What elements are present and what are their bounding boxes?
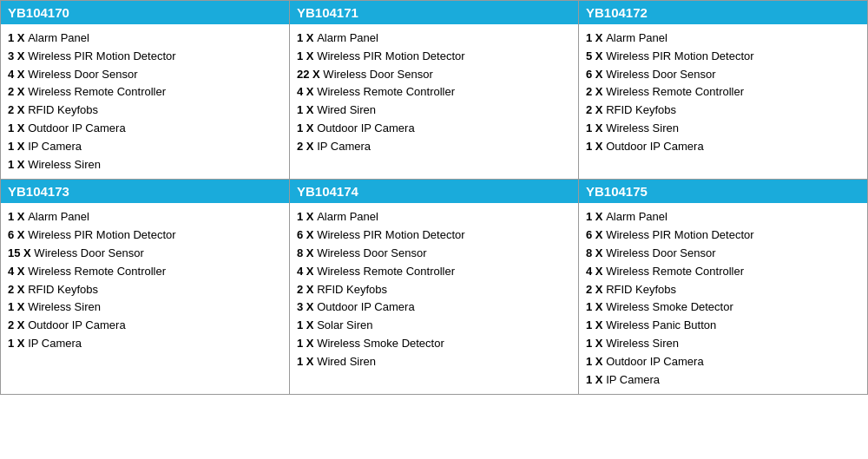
package-body-yb104171: 1 X Alarm Panel1 X Wireless PIR Motion D… <box>290 24 578 161</box>
package-cell-yb104175: YB1041751 X Alarm Panel6 X Wireless PIR … <box>579 180 868 395</box>
package-cell-yb104173: YB1041731 X Alarm Panel6 X Wireless PIR … <box>1 180 290 395</box>
list-item: 3 X Wireless PIR Motion Detector <box>8 48 282 66</box>
list-item: 1 X Alarm Panel <box>586 30 860 48</box>
list-item: 6 X Wireless PIR Motion Detector <box>586 226 860 245</box>
list-item: 1 X Alarm Panel <box>8 30 282 48</box>
list-item: 2 X RFID Keyfobs <box>586 102 860 120</box>
package-cell-yb104172: YB1041721 X Alarm Panel5 X Wireless PIR … <box>579 1 868 180</box>
list-item: 1 X IP Camera <box>8 335 282 353</box>
package-header-yb104173: YB104173 <box>1 180 289 203</box>
list-item: 6 X Wireless PIR Motion Detector <box>8 226 282 245</box>
package-header-yb104172: YB104172 <box>579 1 867 24</box>
package-header-yb104171: YB104171 <box>290 1 578 24</box>
package-cell-yb104171: YB1041711 X Alarm Panel1 X Wireless PIR … <box>290 1 579 180</box>
packages-grid: YB1041701 X Alarm Panel3 X Wireless PIR … <box>0 0 868 395</box>
list-item: 2 X RFID Keyfobs <box>8 281 282 299</box>
list-item: 1 X Alarm Panel <box>586 208 860 226</box>
package-body-yb104174: 1 X Alarm Panel6 X Wireless PIR Motion D… <box>290 203 578 376</box>
list-item: 15 X Wireless Door Sensor <box>8 245 282 263</box>
list-item: 1 X Wireless Smoke Detector <box>586 298 860 317</box>
list-item: 1 X Outdoor IP Camera <box>297 120 571 138</box>
list-item: 1 X IP Camera <box>586 371 860 390</box>
list-item: 1 X Wireless Siren <box>8 298 282 317</box>
list-item: 1 X Alarm Panel <box>297 30 571 48</box>
list-item: 1 X Wireless Siren <box>586 120 860 138</box>
list-item: 2 X RFID Keyfobs <box>297 281 571 299</box>
list-item: 8 X Wireless Door Sensor <box>586 245 860 263</box>
package-body-yb104172: 1 X Alarm Panel5 X Wireless PIR Motion D… <box>579 24 867 161</box>
list-item: 2 X Outdoor IP Camera <box>8 317 282 335</box>
package-body-yb104170: 1 X Alarm Panel3 X Wireless PIR Motion D… <box>1 24 289 179</box>
package-body-yb104173: 1 X Alarm Panel6 X Wireless PIR Motion D… <box>1 203 289 357</box>
list-item: 4 X Wireless Remote Controller <box>8 263 282 281</box>
list-item: 1 X Outdoor IP Camera <box>8 120 282 138</box>
list-item: 1 X Alarm Panel <box>297 208 571 226</box>
list-item: 4 X Wireless Remote Controller <box>586 263 860 281</box>
list-item: 6 X Wireless PIR Motion Detector <box>297 226 571 245</box>
list-item: 8 X Wireless Door Sensor <box>297 245 571 263</box>
package-header-yb104175: YB104175 <box>579 180 867 203</box>
list-item: 1 X Wireless Siren <box>586 335 860 353</box>
list-item: 1 X Wired Siren <box>297 353 571 371</box>
list-item: 5 X Wireless PIR Motion Detector <box>586 48 860 66</box>
list-item: 4 X Wireless Door Sensor <box>8 66 282 84</box>
list-item: 2 X RFID Keyfobs <box>8 102 282 120</box>
list-item: 1 X Wireless PIR Motion Detector <box>297 48 571 66</box>
list-item: 1 X Wireless Siren <box>8 156 282 174</box>
list-item: 6 X Wireless Door Sensor <box>586 66 860 84</box>
list-item: 1 X Wireless Smoke Detector <box>297 335 571 353</box>
package-cell-yb104170: YB1041701 X Alarm Panel3 X Wireless PIR … <box>1 1 290 180</box>
list-item: 1 X Solar Siren <box>297 317 571 335</box>
package-header-yb104170: YB104170 <box>1 1 289 24</box>
list-item: 3 X Outdoor IP Camera <box>297 298 571 317</box>
package-header-yb104174: YB104174 <box>290 180 578 203</box>
list-item: 1 X Outdoor IP Camera <box>586 138 860 156</box>
list-item: 4 X Wireless Remote Controller <box>297 263 571 281</box>
package-body-yb104175: 1 X Alarm Panel6 X Wireless PIR Motion D… <box>579 203 867 394</box>
list-item: 1 X IP Camera <box>8 138 282 156</box>
list-item: 2 X Wireless Remote Controller <box>586 83 860 102</box>
list-item: 1 X Outdoor IP Camera <box>586 353 860 371</box>
list-item: 2 X IP Camera <box>297 138 571 156</box>
list-item: 1 X Alarm Panel <box>8 208 282 226</box>
package-cell-yb104174: YB1041741 X Alarm Panel6 X Wireless PIR … <box>290 180 579 395</box>
list-item: 1 X Wired Siren <box>297 102 571 120</box>
list-item: 4 X Wireless Remote Controller <box>297 83 571 102</box>
list-item: 2 X RFID Keyfobs <box>586 281 860 299</box>
list-item: 22 X Wireless Door Sensor <box>297 66 571 84</box>
list-item: 1 X Wireless Panic Button <box>586 317 860 335</box>
list-item: 2 X Wireless Remote Controller <box>8 83 282 102</box>
